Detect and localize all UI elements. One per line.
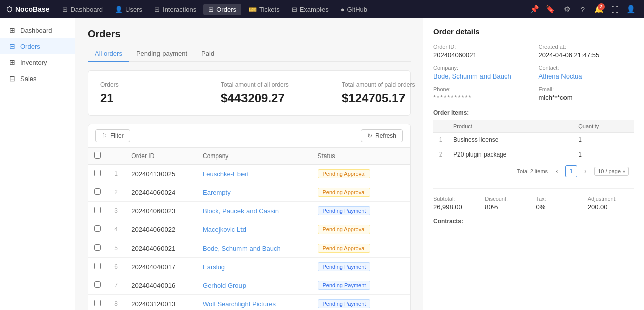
tax-value: 0% <box>536 203 583 211</box>
order-summary: Subtotal: 26,998.00 Discount: 80% Tax: 0… <box>433 188 634 211</box>
row-actions <box>394 239 410 258</box>
table-row[interactable]: 8 202403120013 Wolf Searchlight Pictures… <box>88 295 410 311</box>
row-checkbox[interactable] <box>94 263 101 269</box>
bookmark-icon[interactable]: 🔖 <box>543 2 557 16</box>
select-all-checkbox[interactable] <box>94 152 101 159</box>
sidebar: ⊞ Dashboard ⊟ Orders ⊞ Inventory ⊟ Sales <box>0 18 75 310</box>
item-num: 1 <box>433 133 448 147</box>
items-next-page[interactable]: › <box>579 165 591 177</box>
user-icon[interactable]: 👤 <box>624 2 638 16</box>
item-product: P20 plugin package <box>448 147 573 162</box>
row-checkbox[interactable] <box>94 281 101 288</box>
row-checkbox[interactable] <box>94 300 101 306</box>
order-id-column-header: Order ID <box>125 148 197 165</box>
app-name: NocoBase <box>15 5 49 13</box>
row-checkbox[interactable] <box>94 244 101 251</box>
row-company[interactable]: Bode, Schumm and Bauch <box>197 239 311 258</box>
nav-item-interactions[interactable]: ⊟ Interactions <box>149 4 201 15</box>
nav-item-github[interactable]: ● GitHub <box>336 4 372 15</box>
refresh-button[interactable]: ↻ Refresh <box>361 129 403 142</box>
row-checkbox[interactable] <box>94 207 101 213</box>
row-company[interactable]: Wolf Searchlight Pictures <box>197 295 311 311</box>
tax-item: Tax: 0% <box>536 196 583 211</box>
row-company[interactable]: Block, Paucek and Cassin <box>197 202 311 220</box>
row-actions <box>394 220 410 239</box>
nav-item-dashboard[interactable]: ⊞ Dashboard <box>57 4 108 15</box>
filter-icon: ⚐ <box>102 132 107 139</box>
row-company[interactable]: Earempty <box>197 183 311 202</box>
nav-item-users[interactable]: 👤 Users <box>110 4 147 15</box>
company-value[interactable]: Bode, Schumm and Bauch <box>433 72 529 80</box>
discount-item: Discount: 80% <box>485 196 531 211</box>
row-checkbox[interactable] <box>94 170 101 176</box>
main-layout: ⊞ Dashboard ⊟ Orders ⊞ Inventory ⊟ Sales… <box>0 18 644 310</box>
top-navigation: ⬡ NocoBase ⊞ Dashboard 👤 Users ⊟ Interac… <box>0 0 644 18</box>
sidebar-item-orders[interactable]: ⊟ Orders <box>0 38 75 54</box>
nav-item-examples[interactable]: ⊟ Examples <box>287 4 334 15</box>
checkbox-column-header <box>88 148 107 165</box>
created-at-value: 2024-04-06 21:47:55 <box>539 51 634 59</box>
row-num: 3 <box>107 202 125 220</box>
table-row[interactable]: 1 202404130025 Leuschke-Ebert Pending Ap… <box>88 165 410 183</box>
row-status: Pending Approval <box>312 165 395 183</box>
items-per-page-chevron: ▾ <box>623 169 625 174</box>
sidebar-item-dashboard[interactable]: ⊞ Dashboard <box>0 22 75 38</box>
tab-paid[interactable]: Paid <box>194 46 221 62</box>
row-actions <box>394 258 410 276</box>
row-order-id: 202403120013 <box>125 295 197 311</box>
row-company[interactable]: Earslug <box>197 258 311 276</box>
tickets-nav-icon: 🎫 <box>249 6 257 13</box>
order-items-table: Product Quantity 1 Business license 1 2 … <box>433 120 634 162</box>
email-label: Email: <box>539 86 634 92</box>
notifications-icon[interactable]: 🔔 2 <box>592 2 606 16</box>
orders-table: Order ID Company Status 1 202404130025 L… <box>88 148 410 310</box>
nav-item-orders[interactable]: ⊞ Orders <box>203 4 242 15</box>
row-checkbox-cell <box>88 202 107 220</box>
interactions-nav-icon: ⊟ <box>154 6 160 13</box>
order-id-detail: Order ID: 202404060021 <box>433 44 529 59</box>
row-checkbox[interactable] <box>94 188 101 195</box>
email-detail: Email: mich***com <box>539 86 634 101</box>
actions-column-header <box>394 148 410 165</box>
contact-value[interactable]: Athena Noctua <box>539 72 634 80</box>
row-num: 6 <box>107 258 125 276</box>
discount-value: 80% <box>485 203 531 211</box>
table-row[interactable]: 7 202404040016 Gerhold Group Pending Pay… <box>88 276 410 295</box>
status-badge: Pending Approval <box>318 169 370 178</box>
stat-total: Total amount of all orders $443209.27 <box>221 81 321 105</box>
row-company[interactable]: Gerhold Group <box>197 276 311 295</box>
status-badge: Pending Payment <box>318 281 371 290</box>
tab-all-orders[interactable]: All orders <box>88 46 129 62</box>
items-per-page-selector[interactable]: 10 / page ▾ <box>594 167 629 176</box>
row-order-id: 202404130025 <box>125 165 197 183</box>
row-company[interactable]: Leuschke-Ebert <box>197 165 311 183</box>
nav-item-tickets[interactable]: 🎫 Tickets <box>244 4 285 15</box>
help-icon[interactable]: ? <box>576 2 590 16</box>
notification-badge: 2 <box>598 3 605 10</box>
items-product-col: Product <box>448 120 573 133</box>
table-row[interactable]: 4 202404060022 Macejkovic Ltd Pending Ap… <box>88 220 410 239</box>
table-row[interactable]: 6 202404040017 Earslug Pending Payment <box>88 258 410 276</box>
stat-orders-label: Orders <box>100 81 201 88</box>
row-checkbox[interactable] <box>94 225 101 232</box>
tab-pending-payment[interactable]: Pending payment <box>129 46 194 62</box>
settings-icon[interactable]: ⚙ <box>559 2 574 16</box>
contact-detail: Contact: Athena Noctua <box>539 65 634 80</box>
items-page-1[interactable]: 1 <box>565 165 577 177</box>
pin-icon[interactable]: 📌 <box>527 2 541 16</box>
github-nav-icon: ● <box>341 6 345 13</box>
row-company[interactable]: Macejkovic Ltd <box>197 220 311 239</box>
app-logo[interactable]: ⬡ NocoBase <box>6 5 49 13</box>
sidebar-item-inventory[interactable]: ⊞ Inventory <box>0 54 75 70</box>
items-quantity-col: Quantity <box>573 120 634 133</box>
table-row[interactable]: 5 202404060021 Bode, Schumm and Bauch Pe… <box>88 239 410 258</box>
items-prev-page[interactable]: ‹ <box>551 165 563 177</box>
fullscreen-icon[interactable]: ⛶ <box>608 2 622 16</box>
sidebar-item-sales[interactable]: ⊟ Sales <box>0 70 75 87</box>
row-actions <box>394 202 410 220</box>
table-row[interactable]: 3 202404060023 Block, Paucek and Cassin … <box>88 202 410 220</box>
created-at-detail: Created at: 2024-04-06 21:47:55 <box>539 44 634 59</box>
filter-button[interactable]: ⚐ Filter <box>95 129 130 142</box>
items-num-col <box>433 120 448 133</box>
table-row[interactable]: 2 202404060024 Earempty Pending Approval <box>88 183 410 202</box>
